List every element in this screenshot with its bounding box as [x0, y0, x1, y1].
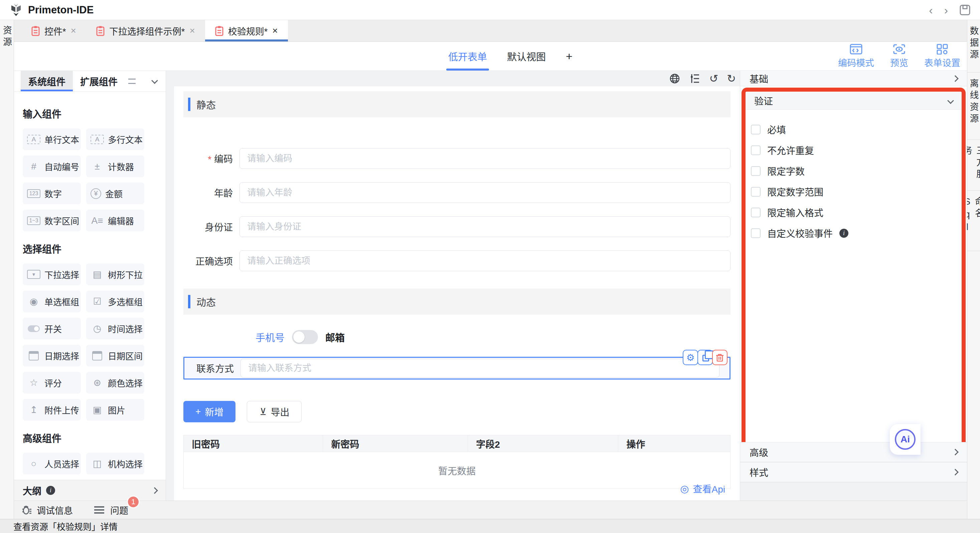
component-card-number[interactable]: 数字	[23, 183, 81, 204]
option-number-range[interactable]: 限定数字范围	[751, 181, 962, 202]
export-button[interactable]: ⊻导出	[247, 401, 302, 422]
section-static-title: 静态	[196, 97, 216, 111]
section-accent-bar	[188, 295, 190, 308]
rail-tab-thirdparty-services[interactable]: 三方服务	[967, 140, 980, 191]
tab-lowcode-form[interactable]: 低开表单	[448, 42, 487, 70]
doc-tab-validation-rules[interactable]: 校验规则* ×	[205, 20, 288, 41]
problems-button[interactable]: 问题 1	[93, 504, 128, 517]
component-card-person-select[interactable]: 人员选择	[23, 453, 81, 474]
tab-system-components[interactable]: 系统组件	[21, 71, 73, 91]
component-card-image[interactable]: 图片	[86, 399, 144, 421]
field-row-code[interactable]: 编码	[183, 148, 730, 169]
close-icon[interactable]: ×	[189, 26, 195, 36]
field-row-age[interactable]: 年龄	[183, 182, 730, 203]
close-icon[interactable]: ×	[71, 26, 76, 36]
save-icon[interactable]	[959, 4, 970, 16]
component-card-date-range[interactable]: 日期区间	[86, 345, 144, 367]
component-card-money[interactable]: 金额	[86, 183, 144, 204]
info-icon[interactable]: i	[839, 229, 848, 238]
redo-icon[interactable]: ↻	[727, 72, 736, 85]
tab-extension-components[interactable]: 扩展组件	[73, 71, 125, 91]
tab-default-view[interactable]: 默认视图	[507, 42, 546, 70]
doc-tab-dropdown-example[interactable]: 下拉选择组件示例* ×	[86, 20, 205, 41]
collapse-panel-icon[interactable]	[151, 77, 158, 84]
component-card-editor[interactable]: 编辑器	[86, 210, 144, 231]
component-card-tree-select[interactable]: 树形下拉	[86, 263, 144, 285]
component-card-date-picker[interactable]: 日期选择	[23, 345, 81, 367]
field-settings-button[interactable]: ⚙	[683, 350, 698, 365]
section-accent-bar	[188, 97, 190, 111]
checkbox[interactable]	[751, 166, 760, 176]
component-card-text-multi[interactable]: 多行文本	[86, 128, 144, 150]
phone-option-label[interactable]: 手机号	[256, 330, 285, 344]
correct-option-input[interactable]	[240, 251, 730, 271]
component-card-select[interactable]: 下拉选择	[23, 263, 81, 285]
nav-forward-icon[interactable]: ›	[944, 4, 948, 16]
checkbox[interactable]	[751, 145, 760, 155]
component-card-auto-number[interactable]: 自动编号	[23, 155, 81, 177]
add-row-label: 新增	[205, 405, 223, 418]
view-tabs: 低开表单 默认视图 +	[448, 42, 573, 70]
rail-tab-named-sql[interactable]: 命名Sql	[967, 191, 980, 251]
component-card-text-single[interactable]: 单行文本	[23, 128, 81, 150]
option-input-format[interactable]: 限定输入格式	[751, 202, 962, 223]
checkbox[interactable]	[751, 207, 760, 217]
option-custom-validation[interactable]: 自定义校验事件i	[751, 223, 962, 243]
section-dynamic[interactable]: 动态	[183, 289, 730, 314]
component-card-time-picker[interactable]: 时间选择	[86, 318, 144, 339]
option-required[interactable]: 必填	[751, 119, 962, 140]
phone-email-switch[interactable]	[292, 330, 318, 344]
debug-info-button[interactable]: 调试信息	[21, 504, 73, 517]
props-group-advanced[interactable]: 高级	[740, 442, 967, 462]
close-icon[interactable]: ×	[272, 26, 278, 36]
props-group-style[interactable]: 样式	[740, 462, 967, 482]
add-row-button[interactable]: +新增	[183, 401, 235, 422]
component-card-checkbox-group[interactable]: 多选框组	[86, 290, 144, 312]
email-option-label[interactable]: 邮箱	[325, 330, 345, 344]
props-group-validation[interactable]: 验证	[746, 92, 962, 110]
nav-back-icon[interactable]: ‹	[929, 4, 932, 16]
structure-tree-icon[interactable]	[689, 73, 700, 84]
field-row-id-card[interactable]: 身份证	[183, 216, 730, 237]
section-static[interactable]: 静态	[183, 91, 730, 117]
selected-field-row-contact[interactable]: 联系方式 ⚙	[183, 357, 730, 380]
add-view-button[interactable]: +	[566, 50, 573, 63]
outline-expand-icon[interactable]	[151, 487, 158, 494]
age-input[interactable]	[240, 182, 730, 203]
component-card-org-select[interactable]: 机构选择	[86, 453, 144, 474]
option-char-limit[interactable]: 限定字数	[751, 161, 962, 181]
checkbox[interactable]	[751, 187, 760, 196]
i18n-globe-icon[interactable]	[669, 73, 680, 84]
component-card-number-range[interactable]: 数字区间	[23, 210, 81, 231]
props-group-basic[interactable]: 基础	[740, 71, 967, 86]
component-card-upload[interactable]: 附件上传	[23, 399, 81, 421]
outline-bar[interactable]: 大纲 i	[14, 480, 165, 501]
ai-assistant-button[interactable]: Ai	[890, 424, 921, 455]
field-copy-button[interactable]	[697, 350, 713, 365]
component-card-switch[interactable]: 开关	[23, 318, 81, 339]
component-card-rating[interactable]: 评分	[23, 372, 81, 394]
checkbox[interactable]	[751, 125, 760, 134]
component-card-color-picker[interactable]: 颜色选择	[86, 372, 144, 394]
component-card-radio-group[interactable]: 单选框组	[23, 290, 81, 312]
component-card-counter[interactable]: 计数器	[86, 155, 144, 177]
rail-tab-resources[interactable]: 资源	[0, 20, 14, 49]
contact-input[interactable]	[240, 359, 719, 378]
component-list-view-icon[interactable]	[128, 78, 135, 84]
code-mode-button[interactable]: 编码模式	[838, 44, 874, 69]
field-row-correct-option[interactable]: 正确选项	[183, 251, 730, 271]
view-api-link[interactable]: ◎ 查看Api	[680, 482, 725, 495]
field-label-id-card: 身份证	[183, 220, 240, 233]
option-no-duplicate[interactable]: 不允许重复	[751, 140, 962, 161]
rail-tab-datasource[interactable]: 数据源	[967, 20, 980, 73]
undo-icon[interactable]: ↺	[709, 72, 718, 85]
form-settings-button[interactable]: 表单设置	[924, 44, 960, 69]
checkbox[interactable]	[751, 228, 760, 238]
rail-tab-offline-resources[interactable]: 离线资源	[967, 73, 980, 140]
preview-button[interactable]: 预览	[890, 44, 908, 69]
code-input[interactable]	[240, 148, 730, 169]
doc-tab-controls[interactable]: 控件* ×	[21, 20, 86, 41]
field-delete-button[interactable]	[712, 350, 727, 365]
id-card-input[interactable]	[240, 216, 730, 237]
outline-info-icon[interactable]: i	[46, 486, 55, 495]
